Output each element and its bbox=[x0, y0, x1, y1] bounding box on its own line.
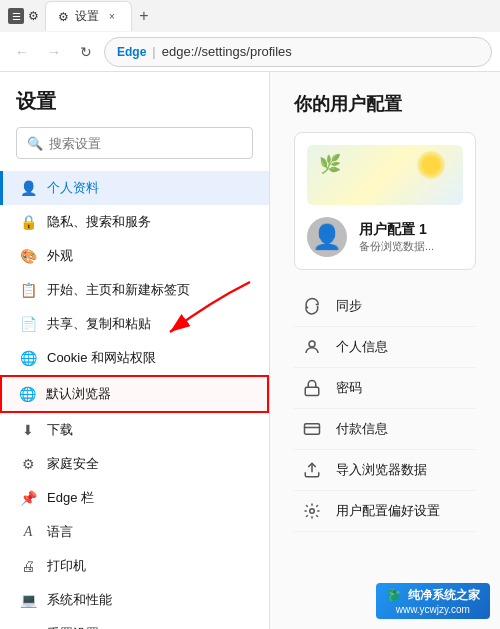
sidebar-item-reset[interactable]: ↺ 重置设置 bbox=[0, 617, 269, 629]
new-tab-button[interactable]: + bbox=[132, 4, 156, 28]
password-icon bbox=[302, 378, 322, 398]
search-icon: 🔍 bbox=[27, 136, 43, 151]
address-separator: | bbox=[152, 44, 155, 59]
downloads-icon: ⬇ bbox=[19, 421, 37, 439]
sync-icon bbox=[302, 296, 322, 316]
profile-card: 🌿 👤 用户配置 1 备份浏览数据... bbox=[294, 132, 476, 270]
sidebar-title: 设置 bbox=[0, 88, 269, 127]
right-nav-personal-info[interactable]: 个人信息 bbox=[294, 327, 476, 368]
right-nav-label: 用户配置偏好设置 bbox=[336, 502, 440, 520]
sidebar-item-profile[interactable]: 👤 个人资料 bbox=[0, 171, 269, 205]
sidebar-item-label: 系统和性能 bbox=[47, 591, 112, 609]
active-tab[interactable]: ⚙ 设置 × bbox=[45, 1, 132, 31]
sidebar-item-cookies[interactable]: 🌐 Cookie 和网站权限 bbox=[0, 341, 269, 375]
title-bar-left: ☰ ⚙ bbox=[8, 8, 39, 24]
right-nav-preferences[interactable]: 用户配置偏好设置 bbox=[294, 491, 476, 532]
sidebar-item-printer[interactable]: 🖨 打印机 bbox=[0, 549, 269, 583]
right-nav-label: 密码 bbox=[336, 379, 362, 397]
preferences-icon bbox=[302, 501, 322, 521]
tab-close-button[interactable]: × bbox=[105, 10, 119, 24]
cookies-icon: 🌐 bbox=[19, 349, 37, 367]
personal-info-icon bbox=[302, 337, 322, 357]
right-nav-label: 付款信息 bbox=[336, 420, 388, 438]
right-nav-passwords[interactable]: 密码 bbox=[294, 368, 476, 409]
tab-title: 设置 bbox=[75, 8, 99, 25]
import-icon bbox=[302, 460, 322, 480]
banner-sun bbox=[417, 151, 445, 179]
avatar: 👤 bbox=[307, 217, 347, 257]
sidebar-item-start[interactable]: 📋 开始、主页和新建标签页 bbox=[0, 273, 269, 307]
sidebar-item-share[interactable]: 📄 共享、复制和粘贴 bbox=[0, 307, 269, 341]
sidebar-item-label: Edge 栏 bbox=[47, 489, 94, 507]
profile-name: 用户配置 1 bbox=[359, 221, 434, 239]
address-text: edge://settings/profiles bbox=[162, 44, 292, 59]
edge-bar-icon: 📌 bbox=[19, 489, 37, 507]
refresh-button[interactable]: ↻ bbox=[72, 38, 100, 66]
family-icon: ⚙ bbox=[19, 455, 37, 473]
sidebar-item-downloads[interactable]: ⬇ 下载 bbox=[0, 413, 269, 447]
nav-bar: ← → ↻ Edge | edge://settings/profiles bbox=[0, 32, 500, 72]
start-icon: 📋 bbox=[19, 281, 37, 299]
window-icon: ☰ bbox=[8, 8, 24, 24]
profile-details: 用户配置 1 备份浏览数据... bbox=[359, 221, 434, 254]
address-bar[interactable]: Edge | edge://settings/profiles bbox=[104, 37, 492, 67]
sidebar-item-appearance[interactable]: 🎨 外观 bbox=[0, 239, 269, 273]
privacy-icon: 🔒 bbox=[19, 213, 37, 231]
edge-logo-text: Edge bbox=[117, 45, 146, 59]
sidebar-item-system[interactable]: 💻 系统和性能 bbox=[0, 583, 269, 617]
sidebar-item-edge-bar[interactable]: 📌 Edge 栏 bbox=[0, 481, 269, 515]
search-input[interactable] bbox=[49, 136, 242, 151]
svg-rect-3 bbox=[305, 424, 320, 435]
sidebar-item-privacy[interactable]: 🔒 隐私、搜索和服务 bbox=[0, 205, 269, 239]
payment-icon bbox=[302, 419, 322, 439]
sidebar-item-label: 开始、主页和新建标签页 bbox=[47, 281, 190, 299]
sidebar-wrapper: 设置 🔍 👤 个人资料 🔒 隐私、搜索和服务 🎨 外观 bbox=[0, 72, 270, 629]
system-icon: 💻 bbox=[19, 591, 37, 609]
right-nav-label: 个人信息 bbox=[336, 338, 388, 356]
sidebar-item-label: 外观 bbox=[47, 247, 73, 265]
default-browser-icon: 🌐 bbox=[18, 385, 36, 403]
right-nav-payment[interactable]: 付款信息 bbox=[294, 409, 476, 450]
main-container: 设置 🔍 👤 个人资料 🔒 隐私、搜索和服务 🎨 外观 bbox=[0, 72, 500, 629]
profile-info: 👤 用户配置 1 备份浏览数据... bbox=[307, 217, 463, 257]
title-bar: ☰ ⚙ ⚙ 设置 × + bbox=[0, 0, 500, 32]
sidebar-item-default-browser[interactable]: 🌐 默认浏览器 bbox=[0, 375, 269, 413]
sidebar-item-label: Cookie 和网站权限 bbox=[47, 349, 156, 367]
right-panel: 你的用户配置 🌿 👤 用户配置 1 备份浏览数据... bbox=[270, 72, 500, 629]
printer-icon: 🖨 bbox=[19, 557, 37, 575]
sidebar-item-label: 共享、复制和粘贴 bbox=[47, 315, 151, 333]
sidebar-item-family[interactable]: ⚙ 家庭安全 bbox=[0, 447, 269, 481]
sidebar-item-label: 打印机 bbox=[47, 557, 86, 575]
right-nav-sync[interactable]: 同步 bbox=[294, 286, 476, 327]
search-box[interactable]: 🔍 bbox=[16, 127, 253, 159]
reset-icon: ↺ bbox=[19, 625, 37, 629]
appearance-icon: 🎨 bbox=[19, 247, 37, 265]
svg-point-6 bbox=[310, 509, 315, 514]
right-nav-import[interactable]: 导入浏览器数据 bbox=[294, 450, 476, 491]
profile-subtitle: 备份浏览数据... bbox=[359, 239, 434, 254]
sidebar-item-label: 重置设置 bbox=[47, 625, 99, 629]
forward-button[interactable]: → bbox=[40, 38, 68, 66]
profile-banner: 🌿 bbox=[307, 145, 463, 205]
sidebar: 设置 🔍 👤 个人资料 🔒 隐私、搜索和服务 🎨 外观 bbox=[0, 72, 270, 629]
sidebar-item-label: 默认浏览器 bbox=[46, 385, 111, 403]
profile-icon: 👤 bbox=[19, 179, 37, 197]
banner-decoration: 🌿 bbox=[319, 153, 341, 175]
svg-point-1 bbox=[309, 341, 315, 347]
share-icon: 📄 bbox=[19, 315, 37, 333]
svg-rect-2 bbox=[305, 387, 319, 395]
right-nav-label: 同步 bbox=[336, 297, 362, 315]
sidebar-item-label: 语言 bbox=[47, 523, 73, 541]
watermark-line2: www.ycwjzy.com bbox=[396, 604, 470, 615]
sidebar-item-label: 家庭安全 bbox=[47, 455, 99, 473]
sidebar-item-language[interactable]: A 语言 bbox=[0, 515, 269, 549]
tab-bar: ⚙ 设置 × + bbox=[45, 1, 492, 31]
watermark-line1: 🐉 纯净系统之家 bbox=[386, 587, 480, 604]
right-nav-label: 导入浏览器数据 bbox=[336, 461, 427, 479]
right-panel-title: 你的用户配置 bbox=[294, 92, 476, 116]
language-icon: A bbox=[19, 523, 37, 541]
sidebar-item-label: 隐私、搜索和服务 bbox=[47, 213, 151, 231]
back-button[interactable]: ← bbox=[8, 38, 36, 66]
sidebar-item-label: 下载 bbox=[47, 421, 73, 439]
avatar-icon: 👤 bbox=[312, 223, 342, 251]
